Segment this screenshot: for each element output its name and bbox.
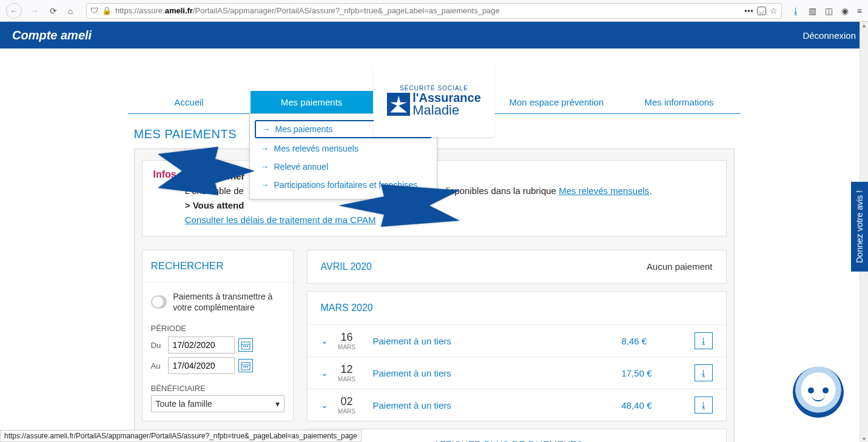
payment-row: ⌄02MARSPaiement à un tiers48,40 €⭳	[308, 389, 726, 421]
pay-day: 16	[332, 331, 362, 344]
forward-button[interactable]: →	[27, 3, 42, 19]
arrow-right-icon: →	[261, 180, 269, 190]
pay-amount: 17,50 €	[622, 368, 695, 378]
dropdown-item-label: Participations forfaitaires et franchise…	[274, 180, 418, 190]
expand-chevron-icon[interactable]: ⌄	[321, 336, 332, 346]
info-link-releves[interactable]: Mes relevés mensuels	[559, 186, 649, 196]
search-panel: RECHERCHER Paiements à transmettre à vot…	[142, 250, 294, 421]
expand-chevron-icon[interactable]: ⌄	[321, 400, 332, 410]
pay-month: MARS	[332, 376, 362, 383]
calendar-to-icon[interactable]	[238, 359, 253, 372]
month-box: AVRIL 2020Aucun paiement	[307, 250, 727, 284]
filter-toggle-label: Paiements à transmettre à votre compléme…	[173, 291, 284, 313]
date-to-input[interactable]	[168, 357, 235, 374]
dropdown-participations[interactable]: → Participations forfaitaires et franchi…	[250, 176, 437, 194]
benef-label: BÉNÉFICIAIRE	[151, 384, 284, 393]
library-icon[interactable]: ▥	[809, 6, 816, 16]
filter-toggle[interactable]	[151, 295, 167, 309]
chevron-down-icon: ⌄	[591, 439, 600, 442]
download-button[interactable]: ⭳	[695, 332, 713, 349]
tab-paiements[interactable]: Mes paiements	[251, 91, 373, 113]
svg-rect-11	[247, 366, 248, 367]
tab-accueil[interactable]: Accueil	[128, 91, 251, 113]
dropdown-item-label: Mes relevés mensuels	[274, 144, 358, 153]
arrow-right-icon: →	[261, 162, 269, 172]
dropdown-item-label: Relevé annuel	[274, 162, 329, 172]
month-title: MARS 2020	[321, 303, 373, 313]
pay-month: MARS	[332, 408, 362, 415]
ellipsis-icon[interactable]: •••	[744, 6, 753, 16]
info-label: Infos	[153, 169, 177, 227]
expand-chevron-icon[interactable]: ⌄	[321, 368, 332, 378]
menu-icon[interactable]: ≡	[857, 6, 862, 16]
reload-button[interactable]: ⟳	[47, 5, 59, 17]
account-icon[interactable]: ◉	[841, 6, 849, 16]
sidebar-icon[interactable]: ◫	[825, 6, 833, 16]
logo-line1: l'Assurance	[412, 92, 481, 104]
download-icon[interactable]: ⭳	[792, 6, 800, 16]
pay-day: 02	[332, 395, 362, 408]
from-label: Du	[151, 341, 164, 350]
date-from-input[interactable]	[168, 337, 235, 353]
reader-icon[interactable]: ◡	[757, 7, 766, 15]
pay-amount: 8,46 €	[622, 336, 695, 346]
dropdown-item-label: Mes paiements	[275, 124, 333, 134]
search-title: RECHERCHER	[143, 250, 293, 283]
pay-amount: 48,40 €	[622, 400, 695, 410]
site-header: Compte ameli Déconnexion	[0, 22, 868, 49]
address-bar[interactable]: 🛡 🔒 https://assure.ameli.fr/PortailAS/ap…	[86, 3, 782, 19]
period-label: PÉRIODE	[151, 324, 284, 333]
to-label: Au	[151, 361, 164, 370]
payments-list: AVRIL 2020Aucun paiementMARS 2020⌄16MARS…	[307, 250, 727, 442]
browser-toolbar: ← → ⟳ ⌂ 🛡 🔒 https://assure.ameli.fr/Port…	[0, 0, 868, 22]
bookmark-star-icon[interactable]: ☆	[770, 6, 778, 16]
pay-month: MARS	[332, 344, 362, 350]
show-more-button[interactable]: AFFICHER PLUS DE PAIEMENTS ⌄	[307, 429, 727, 442]
tab-prevention[interactable]: Mon espace prévention	[496, 91, 618, 113]
download-button[interactable]: ⭳	[695, 364, 713, 381]
pay-label: Paiement à un tiers	[362, 400, 622, 410]
status-bar: https://assure.ameli.fr/PortailAS/appman…	[0, 430, 362, 442]
no-payment-text: Aucun paiement	[647, 261, 712, 272]
dropdown-releves-mensuels[interactable]: → Mes relevés mensuels	[250, 139, 437, 158]
arrow-right-icon: →	[262, 124, 271, 134]
site-title: Compte ameli	[12, 28, 92, 42]
calendar-from-icon[interactable]	[238, 338, 253, 352]
svg-rect-5	[245, 346, 246, 347]
logo-mark-icon	[387, 93, 410, 116]
back-button[interactable]: ←	[6, 3, 22, 19]
info-line3: > Vous attend	[185, 198, 652, 213]
brand-logo[interactable]: SÉCURITÉ SOCIALE l'Assurance Maladie	[374, 64, 495, 137]
download-button[interactable]: ⭳	[695, 397, 713, 414]
shield-icon: 🛡	[90, 6, 98, 15]
month-title: AVRIL 2020	[321, 261, 372, 272]
month-box: MARS 2020⌄16MARSPaiement à un tiers8,46 …	[307, 291, 727, 421]
benef-value: Toute la famille	[156, 399, 212, 409]
svg-rect-10	[245, 366, 246, 367]
benef-select[interactable]: Toute la famille ▾	[151, 395, 284, 412]
lock-icon: 🔒	[102, 6, 112, 15]
home-button[interactable]: ⌂	[64, 5, 76, 17]
arrow-right-icon: →	[261, 144, 269, 153]
info-link-delais[interactable]: Consulter les délais de traitement de ma…	[185, 215, 376, 225]
tab-informations[interactable]: Mes informations	[618, 91, 741, 113]
url-text: https://assure.ameli.fr/PortailAS/appman…	[115, 6, 741, 15]
svg-rect-6	[247, 346, 248, 347]
svg-rect-4	[243, 346, 244, 347]
dropdown-releve-annuel[interactable]: → Relevé annuel	[250, 158, 437, 176]
show-more-label: AFFICHER PLUS DE PAIEMENTS	[434, 439, 583, 442]
pay-day: 12	[332, 363, 362, 376]
logout-link[interactable]: Déconnexion	[802, 30, 856, 41]
svg-rect-9	[243, 366, 244, 367]
pay-label: Paiement à un tiers	[362, 336, 622, 346]
pay-label: Paiement à un tiers	[362, 368, 622, 378]
chevron-down-icon: ▾	[275, 399, 280, 409]
logo-line2: Maladie	[412, 104, 481, 117]
bot-face-icon	[803, 380, 833, 404]
payment-row: ⌄12MARSPaiement à un tiers17,50 €⭳	[308, 357, 726, 389]
payment-row: ⌄16MARSPaiement à un tiers8,46 €⭳	[308, 324, 726, 357]
chatbot-button[interactable]	[793, 367, 844, 418]
logo-topline: SÉCURITÉ SOCIALE	[387, 85, 481, 92]
feedback-tab[interactable]: Donnez votre avis !	[851, 182, 868, 272]
